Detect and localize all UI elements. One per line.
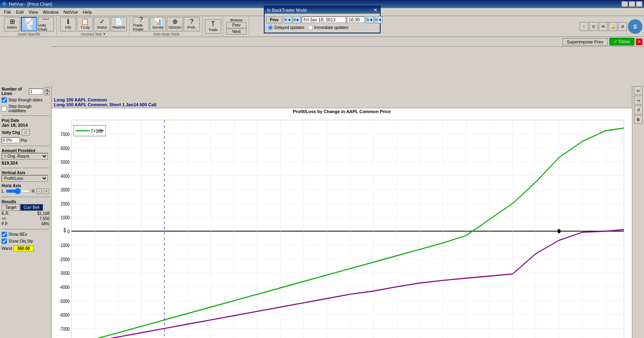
- step-vols-checkbox[interactable]: [2, 106, 7, 111]
- num-lines-up[interactable]: ▲: [45, 87, 50, 91]
- toolbar-group-account-test: ℹ Info 📋 T.Log ✓ Status 📄 Reports Accoun…: [58, 17, 130, 36]
- toolbar-icon-3[interactable]: ✉: [599, 22, 608, 31]
- modal-ks-btn[interactable]: K◄: [284, 16, 292, 23]
- info-button[interactable]: ℹ Info: [60, 17, 76, 31]
- toolbar-icon-4[interactable]: 🔔: [609, 22, 617, 31]
- amount-dropdown[interactable]: = Orig. Reqmt.: [2, 153, 48, 160]
- toolbar-icon-5[interactable]: ⚙: [618, 22, 627, 31]
- menu-netvue[interactable]: NetVue: [61, 9, 80, 15]
- menu-help[interactable]: Help: [81, 9, 95, 15]
- show-obj-stp-checkbox[interactable]: [2, 239, 7, 244]
- step-vols-label: Step through volatilities: [8, 104, 50, 113]
- toolbar-group-autoscan: ? Trade Finder 📊 Survey ⊕ OpScan ? Prob.…: [130, 17, 203, 36]
- horiz-minus-btn[interactable]: -: [36, 188, 42, 194]
- trade-button[interactable]: T Trade: [205, 19, 221, 34]
- toolbar-icon-1[interactable]: ↑: [580, 22, 588, 31]
- modal-close-btn[interactable]: ✕: [373, 7, 377, 13]
- title-text: NetVue - [Price Chart]: [9, 2, 52, 6]
- survey-button[interactable]: 📊 Survey: [150, 17, 166, 31]
- svg-text:-7000: -7000: [59, 326, 70, 332]
- num-lines-label: Number of Lines: [2, 87, 27, 96]
- backtrader-modal: In BackTrader Mode ✕ Prev K◄ K► S◄ D◄ De…: [264, 6, 381, 33]
- amount-value: $19,324: [2, 161, 50, 165]
- horiz-l-label: L: [2, 189, 4, 194]
- show-bes-label: Show BEs: [8, 232, 27, 237]
- right-btn-2[interactable]: ⇒: [634, 96, 643, 105]
- backtrader-date-input[interactable]: [302, 16, 346, 23]
- backtrader-prev-btn[interactable]: Prev: [266, 16, 282, 23]
- toolbar-group-trade: T Trade: [203, 17, 223, 36]
- modal-kd-btn[interactable]: K►: [293, 16, 301, 23]
- menu-view[interactable]: View: [26, 9, 41, 15]
- chart-title: Profit/Loss by Change in AAPL Common Pri…: [52, 108, 632, 115]
- wand-label: Wand: [2, 246, 12, 251]
- tlog-button[interactable]: 📋 T.Log: [77, 17, 93, 31]
- close-button[interactable]: ✓ Close: [609, 38, 634, 45]
- step-dates-checkbox[interactable]: [2, 97, 7, 103]
- minimize-btn[interactable]: _: [621, 1, 628, 7]
- reports-icon: 📄: [115, 19, 123, 25]
- vertical-axis-dropdown[interactable]: Profit/Loss: [2, 175, 48, 182]
- modal-sm-btn[interactable]: S◄: [366, 16, 374, 23]
- svg-point-60: [557, 229, 561, 233]
- matrix-button[interactable]: ⊞ Matrix: [4, 17, 20, 31]
- info-bar: Long 100 AAPL Common Long 100 AAPL Commo…: [52, 97, 632, 108]
- left-panel: Number of Lines ▲ ▼ Step through dates S…: [0, 85, 52, 338]
- trade-finder-button[interactable]: ? Trade Finder: [133, 17, 149, 31]
- menu-window[interactable]: Window: [40, 9, 61, 15]
- tlog-icon: 📋: [81, 19, 89, 25]
- chart-svg[interactable]: 7000 6000 5000 4000 3000 2000 1000 0 -10…: [52, 115, 632, 338]
- num-lines-input[interactable]: [29, 89, 43, 95]
- reports-button[interactable]: 📄 Reports: [111, 17, 127, 31]
- er-value: $1,168: [37, 211, 50, 216]
- account-test-label: Account Test ▼: [81, 32, 106, 36]
- trade-icon: T: [211, 21, 215, 27]
- volty-chg-btn[interactable]: □: [22, 129, 30, 136]
- svg-text:4000: 4000: [61, 173, 70, 179]
- num-lines-down[interactable]: ▼: [45, 91, 50, 95]
- toolbar-group-asset-specific: ⊞ Matrix 📈 📈 〰 Volty Chart Asset Specifi…: [2, 17, 57, 36]
- target-tab[interactable]: Target: [2, 204, 20, 211]
- modal-title-bar: In BackTrader Mode ✕: [265, 6, 380, 14]
- horiz-slider[interactable]: [6, 188, 30, 194]
- wand-input[interactable]: [14, 245, 34, 251]
- opscan-button[interactable]: ⊕ OpScan: [167, 17, 183, 31]
- svg-text:6000: 6000: [61, 145, 70, 151]
- curr-bell-tab[interactable]: Curr Bell: [20, 204, 43, 211]
- close-btn[interactable]: ✕: [636, 1, 642, 7]
- right-btn-3[interactable]: ↺: [634, 105, 643, 114]
- toolbar-icon-2[interactable]: ⊡: [589, 22, 598, 31]
- status-button[interactable]: ✓ Status: [94, 17, 110, 31]
- volty-chart-button[interactable]: 〰 Volty Chart: [38, 17, 54, 31]
- svg-text:-3000: -3000: [59, 270, 70, 276]
- backtrader-time-input[interactable]: [347, 16, 365, 23]
- price-chart-button[interactable]: 📈 📈: [21, 17, 37, 31]
- right-btn-1[interactable]: ⇐: [634, 86, 643, 95]
- proj-date-value: Jan 18, 2014: [2, 123, 50, 128]
- modal-dm-btn[interactable]: D◄: [375, 16, 383, 23]
- prob-button[interactable]: ? Prob.: [184, 17, 200, 31]
- show-bes-checkbox[interactable]: [2, 232, 7, 237]
- browse-label: Browse: [230, 18, 242, 22]
- user-avatar[interactable]: S: [628, 19, 642, 34]
- price-chart-icon: 📈: [25, 19, 33, 25]
- svg-rect-0: [72, 120, 624, 338]
- close-x-button[interactable]: ✕: [636, 39, 642, 45]
- right-btn-4[interactable]: ♻: [634, 115, 643, 124]
- volty-chg-input[interactable]: [2, 137, 20, 143]
- svg-text:0: 0: [67, 228, 70, 234]
- horiz-plus-btn[interactable]: +: [43, 188, 49, 194]
- immediate-updates-option[interactable]: Immediate updates: [308, 25, 348, 30]
- info-line-1: Long 100 AAPL Common: [54, 97, 630, 102]
- menu-file[interactable]: File: [2, 9, 14, 15]
- menu-edit[interactable]: Edit: [14, 9, 26, 15]
- prev-button[interactable]: Prev: [226, 22, 246, 28]
- plus-minus-value: 7,550: [39, 216, 50, 221]
- er-label: E.R.: [2, 211, 9, 216]
- app-icon: 🔷: [2, 2, 7, 7]
- delayed-updates-option[interactable]: Delayed updates: [268, 25, 304, 30]
- superimpose-prev-btn[interactable]: Superimpose Prev: [562, 38, 608, 45]
- next-button[interactable]: Next: [226, 29, 246, 35]
- maximize-btn[interactable]: □: [629, 1, 635, 7]
- toolbar-group-browse: Browse Prev Next: [224, 17, 249, 36]
